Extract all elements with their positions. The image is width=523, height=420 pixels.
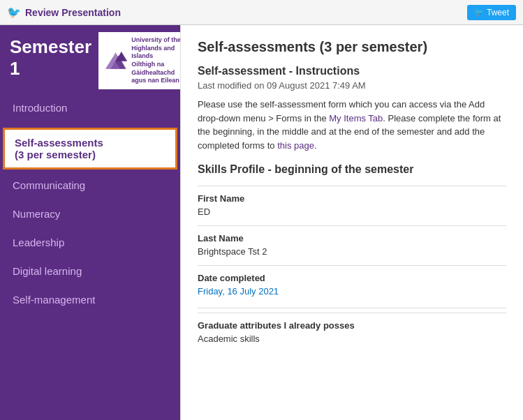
semester-label: Semester 1: [10, 32, 91, 80]
this-page-link[interactable]: this page: [277, 140, 314, 151]
topbar: 🐦 Review Presentation 🐦 Tweet: [0, 0, 523, 25]
university-name: University of the Highlands and Islands …: [131, 36, 180, 85]
sidebar-item-self-assessments[interactable]: Self-assessments(3 per semester): [3, 128, 177, 170]
sidebar-nav: Introduction Self-assessments(3 per seme…: [0, 89, 180, 420]
field-graduate-attributes: Graduate attributes I already posses Aca…: [198, 313, 506, 351]
skills-section-title: Skills Profile - beginning of the semest…: [198, 163, 506, 176]
university-logo: University of the Highlands and Islands …: [98, 32, 180, 89]
field-last-name: Last Name Brightspace Tst 2: [198, 225, 506, 264]
instructions-text: Please use the self-assessment form whic…: [198, 98, 506, 152]
twitter-icon: 🐦: [474, 8, 484, 17]
sidebar-item-numeracy[interactable]: Numeracy: [0, 200, 180, 228]
content-page-title: Self-assessments (3 per semester): [198, 39, 506, 55]
sidebar-item-self-management[interactable]: Self-management: [0, 285, 180, 314]
page-title-bar: Review Presentation: [25, 7, 121, 18]
section-divider: [198, 308, 506, 308]
sidebar-item-communicating[interactable]: Communicating: [0, 171, 180, 200]
main-layout: Semester 1 University of the Highlands a…: [0, 25, 523, 420]
sidebar-item-digital-learning[interactable]: Digital learning: [0, 257, 180, 285]
tweet-button[interactable]: 🐦 Tweet: [467, 5, 516, 20]
content-area: Self-assessments (3 per semester) Self-a…: [180, 25, 523, 420]
sidebar: Semester 1 University of the Highlands a…: [0, 25, 180, 420]
field-first-name: First Name ED: [198, 186, 506, 224]
logo-mountain-icon: [104, 47, 127, 75]
topbar-title: 🐦 Review Presentation: [7, 6, 121, 19]
sidebar-item-introduction[interactable]: Introduction: [0, 89, 180, 126]
section-title: Self-assessment - Instructions: [198, 65, 506, 77]
field-date-completed: Date completed Friday, 16 July 2021: [198, 265, 506, 303]
sidebar-item-leadership[interactable]: Leadership: [0, 228, 180, 257]
last-modified: Last modified on 09 August 2021 7:49 AM: [198, 80, 506, 91]
my-items-link[interactable]: My Items Tab: [329, 113, 383, 123]
bird-icon: 🐦: [7, 6, 21, 19]
